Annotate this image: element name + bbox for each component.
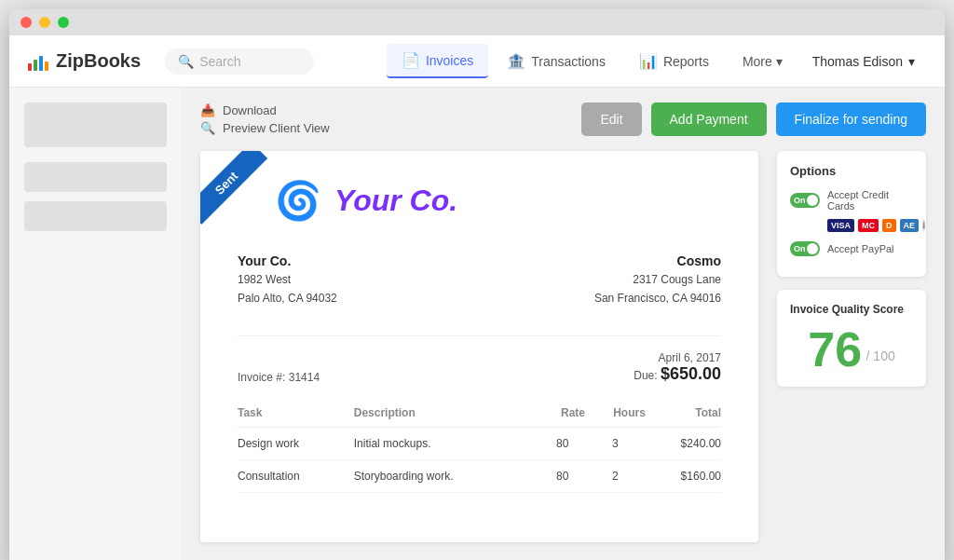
nav-invoices-label: Invoices xyxy=(426,53,473,68)
preview-action[interactable]: 🔍 Preview Client View xyxy=(200,121,566,135)
company-name-large: Your Co. xyxy=(334,184,457,218)
invoice-due: April 6, 2017 Due: $650.00 xyxy=(634,351,721,384)
invoice-addresses: Your Co. 1982 West Palo Alto, CA 94032 C… xyxy=(238,251,721,307)
toggle-knob xyxy=(807,195,818,206)
cell-hours: 3 xyxy=(585,427,646,459)
nav-invoices[interactable]: 📄 Invoices xyxy=(387,44,488,78)
score-title: Invoice Quality Score xyxy=(790,303,913,316)
cell-description: Storyboarding work. xyxy=(354,459,540,492)
score-value: 76 xyxy=(808,322,862,376)
right-panel: Options On Accept Credit Cards VISA xyxy=(777,151,926,542)
amex-icon: AE xyxy=(900,219,920,232)
to-name: Cosmo xyxy=(677,253,721,268)
visa-icon: VISA xyxy=(827,219,854,232)
sent-ribbon: Sent xyxy=(200,151,284,235)
cell-rate: 80 xyxy=(539,427,585,459)
app-window: ZipBooks 🔍 Search 📄 Invoices 🏦 Transacti… xyxy=(9,9,945,560)
table-row: Consultation Storyboarding work. 80 2 $1… xyxy=(238,459,721,492)
col-task: Task xyxy=(238,406,354,428)
close-dot[interactable] xyxy=(20,17,32,28)
edit-button[interactable]: Edit xyxy=(581,102,641,136)
preview-label: Preview Client View xyxy=(223,121,330,135)
invoices-icon: 📄 xyxy=(402,51,420,69)
invoice-header: 🌀 Your Co. xyxy=(238,179,721,223)
nav-more[interactable]: More ▾ xyxy=(728,47,797,76)
from-address: Your Co. 1982 West Palo Alto, CA 94032 xyxy=(238,251,337,307)
from-address1: 1982 West xyxy=(238,271,337,289)
minimize-dot[interactable] xyxy=(39,17,50,28)
main-layout: 📥 Download 🔍 Preview Client View Edit Ad… xyxy=(9,88,945,560)
card-info-icon[interactable]: ℹ xyxy=(922,219,925,232)
invoice-table: Task Description Rate Hours Total Design… xyxy=(238,406,721,493)
download-action[interactable]: 📥 Download xyxy=(200,103,566,117)
accept-paypal-toggle[interactable]: On xyxy=(790,241,820,256)
due-label: Due: xyxy=(634,369,657,382)
invoice-number-label: Invoice #: xyxy=(238,371,285,384)
nav-more-label: More ▾ xyxy=(743,54,783,69)
toolbar: 📥 Download 🔍 Preview Client View Edit Ad… xyxy=(182,88,945,151)
col-total: Total xyxy=(646,406,721,428)
sidebar xyxy=(9,88,182,560)
invoice-due-line: Due: $650.00 xyxy=(634,364,721,384)
paypal-toggle-on-label: On xyxy=(794,244,806,253)
search-icon: 🔍 xyxy=(178,54,194,69)
invoice-meta: Invoice #: 31414 April 6, 2017 Due: $650… xyxy=(238,335,721,384)
to-address1: 2317 Cougs Lane xyxy=(594,271,721,289)
content-area: 📥 Download 🔍 Preview Client View Edit Ad… xyxy=(182,88,945,560)
col-rate: Rate xyxy=(539,406,585,428)
navbar: ZipBooks 🔍 Search 📄 Invoices 🏦 Transacti… xyxy=(9,35,945,88)
options-card: Options On Accept Credit Cards VISA xyxy=(777,151,926,277)
sidebar-item-3 xyxy=(24,201,167,231)
invoice-date: April 6, 2017 xyxy=(634,351,721,364)
nav-reports[interactable]: 📊 Reports xyxy=(624,45,724,77)
invoice-number-value: 31414 xyxy=(289,371,320,384)
cell-task: Consultation xyxy=(238,459,354,492)
finalize-button[interactable]: Finalize for sending xyxy=(776,102,926,136)
logo: ZipBooks xyxy=(28,50,141,72)
to-address2: San Francisco, CA 94016 xyxy=(594,290,721,307)
toolbar-left: 📥 Download 🔍 Preview Client View xyxy=(200,103,566,135)
card-icons: VISA MC D AE ℹ xyxy=(827,219,913,232)
cell-description: Initial mockups. xyxy=(354,427,540,459)
from-address2: Palo Alto, CA 94032 xyxy=(238,290,337,307)
nav-transactions[interactable]: 🏦 Transactions xyxy=(492,45,620,77)
mastercard-icon: MC xyxy=(858,219,879,232)
discover-icon: D xyxy=(882,219,896,232)
score-display: 76 / 100 xyxy=(790,325,913,374)
titlebar xyxy=(9,9,945,35)
score-card: Invoice Quality Score 76 / 100 xyxy=(777,290,926,387)
nav-transactions-label: Transactions xyxy=(531,54,606,69)
download-icon: 📥 xyxy=(200,103,215,117)
maximize-dot[interactable] xyxy=(58,17,69,28)
from-name: Your Co. xyxy=(238,253,291,268)
search-placeholder: Search xyxy=(199,54,240,69)
transactions-icon: 🏦 xyxy=(507,52,525,70)
accept-paypal-row: On Accept PayPal xyxy=(790,241,913,256)
nav-user[interactable]: Thomas Edison ▾ xyxy=(801,47,926,76)
download-label: Download xyxy=(223,103,277,117)
toolbar-right: Edit Add Payment Finalize for sending xyxy=(581,102,926,136)
due-amount: $650.00 xyxy=(661,364,721,383)
sidebar-item-2 xyxy=(24,162,167,192)
invoice-number: Invoice #: 31414 xyxy=(238,371,320,384)
user-name: Thomas Edison xyxy=(812,54,903,69)
cell-total: $240.00 xyxy=(646,427,721,459)
sent-ribbon-text: Sent xyxy=(200,151,267,225)
accept-paypal-label: Accept PayPal xyxy=(827,243,894,254)
col-hours: Hours xyxy=(585,406,646,428)
table-row: Design work Initial mockups. 80 3 $240.0… xyxy=(238,427,721,459)
col-description: Description xyxy=(354,406,540,428)
accept-cc-row: On Accept Credit Cards xyxy=(790,189,913,212)
cell-rate: 80 xyxy=(539,459,585,492)
cell-task: Design work xyxy=(238,427,354,459)
accept-cc-toggle[interactable]: On xyxy=(790,193,820,208)
invoice-wrapper: Sent 🌀 Your Co. Your Co. 1982 West xyxy=(182,151,945,542)
add-payment-button[interactable]: Add Payment xyxy=(651,102,767,136)
logo-text: ZipBooks xyxy=(56,50,141,72)
cell-hours: 2 xyxy=(585,459,646,492)
invoice-document: Sent 🌀 Your Co. Your Co. 1982 West xyxy=(200,151,758,542)
preview-icon: 🔍 xyxy=(200,121,215,135)
nav-links: 📄 Invoices 🏦 Transactions 📊 Reports More… xyxy=(387,44,926,78)
search-box[interactable]: 🔍 Search xyxy=(165,48,314,75)
logo-icon xyxy=(28,52,48,71)
